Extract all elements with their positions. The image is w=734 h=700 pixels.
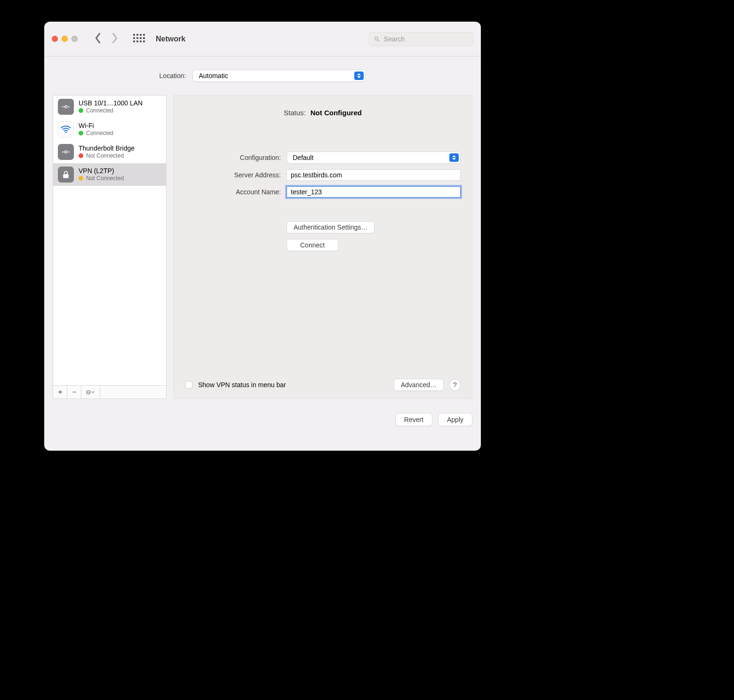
interface-status: Not Connected <box>86 175 124 182</box>
search-input[interactable] <box>384 35 468 43</box>
close-window-button[interactable] <box>52 36 58 42</box>
lock-icon <box>58 167 74 183</box>
add-interface-button[interactable]: ＋ <box>53 386 67 398</box>
interface-status: Connected <box>86 130 113 136</box>
svg-point-0 <box>375 37 378 40</box>
vpn-form: Configuration: Default Server Address: A… <box>185 151 461 198</box>
authentication-settings-button[interactable]: Authentication Settings… <box>287 221 375 233</box>
configuration-label: Configuration: <box>185 154 281 161</box>
interface-wifi[interactable]: Wi-Fi Connected <box>53 118 166 141</box>
svg-point-10 <box>88 392 88 392</box>
apply-button[interactable]: Apply <box>438 413 472 426</box>
help-button[interactable]: ? <box>449 379 461 391</box>
interface-name: USB 10/1…1000 LAN <box>79 99 143 107</box>
svg-point-6 <box>68 151 70 153</box>
connect-button[interactable]: Connect <box>287 239 338 251</box>
svg-line-1 <box>378 40 379 41</box>
status-dot-icon <box>79 153 83 158</box>
sidebar-toolbar-spacer <box>100 386 166 398</box>
location-value: Automatic <box>199 72 228 80</box>
action-row: Revert Apply <box>44 406 481 438</box>
chevron-updown-icon <box>354 72 364 80</box>
chevron-updown-icon <box>449 153 459 162</box>
interface-name: Thunderbolt Bridge <box>79 144 135 152</box>
status-value: Not Configured <box>311 109 362 117</box>
svg-point-9 <box>87 392 88 392</box>
svg-point-2 <box>62 106 64 108</box>
status-dot-icon <box>79 176 83 181</box>
location-popup[interactable]: Automatic <box>192 70 366 82</box>
minimize-window-button[interactable] <box>62 36 68 42</box>
interface-usb-lan[interactable]: USB 10/1…1000 LAN Connected <box>53 95 166 118</box>
show-all-prefs-button[interactable] <box>133 34 144 44</box>
interface-status: Connected <box>86 107 113 114</box>
remove-interface-button[interactable]: － <box>67 386 81 398</box>
back-button[interactable] <box>94 32 102 45</box>
svg-point-4 <box>65 132 66 133</box>
status-dot-icon <box>79 108 83 113</box>
svg-point-3 <box>68 106 70 108</box>
ethernet-icon <box>58 144 74 160</box>
advanced-button[interactable]: Advanced… <box>394 379 444 391</box>
interface-vpn-l2tp[interactable]: VPN (L2TP) Not Connected <box>53 163 166 186</box>
status-dot-icon <box>79 131 83 135</box>
location-row: Location: Automatic <box>44 56 481 95</box>
svg-point-5 <box>62 151 64 153</box>
traffic-lights <box>52 36 78 42</box>
interface-name: VPN (L2TP) <box>79 167 124 175</box>
server-address-label: Server Address: <box>185 171 281 179</box>
svg-rect-7 <box>63 174 69 178</box>
status-label: Status: <box>284 109 306 117</box>
window-title: Network <box>156 35 185 43</box>
ethernet-icon <box>58 99 74 115</box>
interface-name: Wi-Fi <box>79 122 113 130</box>
interface-status: Not Connected <box>86 152 124 159</box>
interface-thunderbolt-bridge[interactable]: Thunderbolt Bridge Not Connected <box>53 141 166 163</box>
status-line: Status: Not Configured <box>185 109 461 117</box>
main-split: USB 10/1…1000 LAN Connected Wi-Fi Connec… <box>44 95 481 406</box>
interface-list: USB 10/1…1000 LAN Connected Wi-Fi Connec… <box>53 95 166 385</box>
network-prefs-window: Network Location: Automatic <box>44 22 481 451</box>
interface-actions-menu[interactable] <box>81 386 100 398</box>
configuration-value: Default <box>293 154 313 161</box>
show-vpn-status-checkbox[interactable] <box>185 381 192 389</box>
detail-pane: Status: Not Configured Configuration: De… <box>173 95 472 399</box>
titlebar: Network <box>44 22 481 56</box>
configuration-popup[interactable]: Default <box>287 151 461 164</box>
wifi-icon <box>58 121 74 137</box>
location-label: Location: <box>160 72 186 80</box>
zoom-window-button[interactable] <box>72 36 78 42</box>
interface-sidebar: USB 10/1…1000 LAN Connected Wi-Fi Connec… <box>53 95 167 399</box>
forward-button[interactable] <box>111 32 119 45</box>
search-icon <box>374 36 380 42</box>
revert-button[interactable]: Revert <box>395 413 432 426</box>
show-vpn-status-label: Show VPN status in menu bar <box>198 381 286 389</box>
nav-arrows <box>94 32 119 45</box>
account-name-input[interactable] <box>287 186 461 198</box>
server-address-input[interactable] <box>287 169 461 181</box>
sidebar-toolbar: ＋ － <box>53 385 166 398</box>
account-name-label: Account Name: <box>185 188 281 196</box>
svg-point-11 <box>88 392 89 392</box>
search-field[interactable] <box>369 32 473 46</box>
